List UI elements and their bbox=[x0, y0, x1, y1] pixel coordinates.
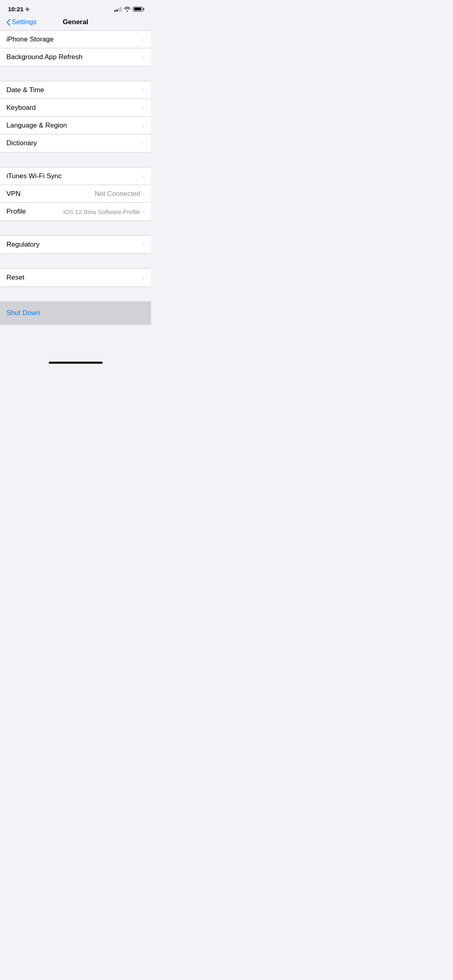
back-chevron-icon bbox=[6, 19, 10, 26]
back-button[interactable]: Settings bbox=[6, 18, 36, 26]
home-bar bbox=[49, 362, 103, 364]
section-reset: Reset › bbox=[0, 268, 151, 287]
chevron-right-icon: › bbox=[143, 87, 145, 93]
back-label: Settings bbox=[12, 18, 36, 26]
chevron-right-icon: › bbox=[143, 208, 145, 215]
row-label: Profile bbox=[6, 208, 26, 216]
section-gap bbox=[0, 287, 151, 301]
row-label: Language & Region bbox=[6, 121, 67, 130]
chevron-right-icon: › bbox=[143, 105, 145, 111]
nav-bar: Settings General bbox=[0, 15, 151, 30]
row-right: › bbox=[143, 105, 145, 111]
signal-icon bbox=[114, 7, 122, 12]
wifi-icon bbox=[124, 7, 130, 12]
chevron-right-icon: › bbox=[143, 173, 145, 179]
time-label: 10:21 bbox=[8, 6, 23, 12]
section-gap bbox=[0, 152, 151, 167]
section-datetime: Date & Time › Keyboard › Language & Regi… bbox=[0, 81, 151, 152]
status-time: 10:21 bbox=[8, 6, 30, 12]
chevron-right-icon: › bbox=[143, 54, 145, 60]
row-right: Not Connected › bbox=[95, 190, 145, 198]
bottom-spacer bbox=[0, 325, 151, 334]
list-item[interactable]: Reset › bbox=[0, 269, 151, 286]
page-title: General bbox=[63, 18, 88, 26]
chevron-right-icon: › bbox=[143, 241, 145, 248]
list-item[interactable]: Background App Refresh › bbox=[0, 48, 151, 66]
section-regulatory: Regulatory › bbox=[0, 235, 151, 254]
section-gap bbox=[0, 254, 151, 268]
row-label: Reset bbox=[6, 274, 24, 282]
list-item[interactable]: Profile iOS 12 Beta Software Profile › bbox=[0, 203, 151, 220]
shutdown-section: Shut Down bbox=[0, 301, 151, 325]
list-item[interactable]: Keyboard › bbox=[0, 99, 151, 117]
status-icons bbox=[114, 7, 143, 12]
row-right: › bbox=[143, 274, 145, 281]
list-item[interactable]: Dictionary › bbox=[0, 134, 151, 152]
row-right: › bbox=[143, 54, 145, 60]
chevron-right-icon: › bbox=[143, 191, 145, 197]
row-label: Keyboard bbox=[6, 104, 36, 112]
list-item[interactable]: Regulatory › bbox=[0, 236, 151, 253]
section-gap bbox=[0, 221, 151, 235]
row-right: › bbox=[143, 87, 145, 93]
section-gap bbox=[0, 66, 151, 81]
list-item[interactable]: VPN Not Connected › bbox=[0, 185, 151, 203]
row-label: Regulatory bbox=[6, 241, 39, 249]
row-right: › bbox=[143, 36, 145, 43]
row-label: Background App Refresh bbox=[6, 53, 83, 61]
location-icon bbox=[25, 7, 30, 12]
list-item[interactable]: Date & Time › bbox=[0, 81, 151, 99]
row-label: Date & Time bbox=[6, 86, 44, 94]
home-indicator bbox=[0, 358, 151, 367]
section-top: iPhone Storage › Background App Refresh … bbox=[0, 30, 151, 66]
row-label: iPhone Storage bbox=[6, 35, 54, 43]
row-label: iTunes Wi-Fi Sync bbox=[6, 172, 62, 180]
list-item[interactable]: iPhone Storage › bbox=[0, 31, 151, 48]
row-right: iOS 12 Beta Software Profile › bbox=[63, 208, 145, 215]
vpn-status: Not Connected bbox=[95, 190, 140, 198]
row-right: › bbox=[143, 173, 145, 179]
scroll-content: iPhone Storage › Background App Refresh … bbox=[0, 30, 151, 358]
row-right: › bbox=[143, 140, 145, 146]
list-item[interactable]: Language & Region › bbox=[0, 117, 151, 134]
chevron-right-icon: › bbox=[143, 274, 145, 281]
bottom-spacer-2 bbox=[0, 334, 151, 358]
chevron-right-icon: › bbox=[143, 36, 145, 43]
shutdown-button[interactable]: Shut Down bbox=[0, 302, 151, 324]
section-network: iTunes Wi-Fi Sync › VPN Not Connected › … bbox=[0, 167, 151, 221]
profile-value: iOS 12 Beta Software Profile bbox=[63, 208, 140, 215]
shutdown-label: Shut Down bbox=[6, 309, 40, 317]
chevron-right-icon: › bbox=[143, 122, 145, 129]
battery-icon bbox=[133, 7, 143, 12]
row-label: Dictionary bbox=[6, 139, 37, 147]
row-right: › bbox=[143, 241, 145, 248]
page: 10:21 Settings General bbox=[0, 0, 151, 367]
chevron-right-icon: › bbox=[143, 140, 145, 146]
status-bar: 10:21 bbox=[0, 0, 151, 15]
row-right: › bbox=[143, 122, 145, 129]
list-item[interactable]: iTunes Wi-Fi Sync › bbox=[0, 167, 151, 185]
row-label: VPN bbox=[6, 190, 21, 198]
